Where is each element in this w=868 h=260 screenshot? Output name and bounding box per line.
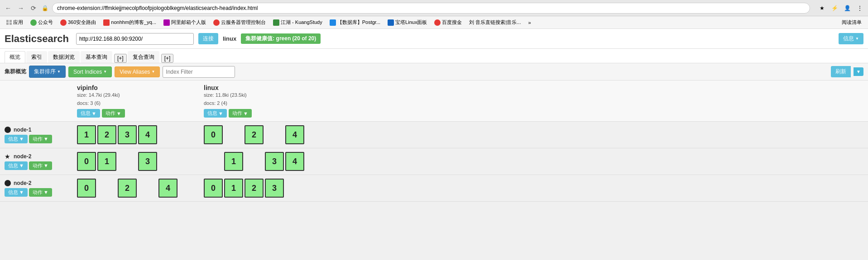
node-2b-info-caret: ▼: [19, 189, 24, 195]
tab-overview[interactable]: 概览: [5, 51, 25, 63]
node-2a-star-icon: ★: [5, 153, 11, 160]
shard-cell-empty: [285, 179, 304, 198]
bookmark-music[interactable]: 刘 音乐直链搜索|音乐...: [466, 18, 523, 27]
bookmark-ali[interactable]: 阿里邮箱个人版: [161, 18, 209, 27]
back-button[interactable]: ←: [4, 4, 13, 13]
refresh-button[interactable]: 刷新: [831, 66, 851, 77]
bookmark-nonhhm[interactable]: nonhhm的博客_yq...: [101, 18, 159, 27]
bookmark-apps[interactable]: 应用: [4, 18, 26, 27]
star-icon[interactable]: ★: [817, 4, 826, 13]
node-row-3: node-2 信息 ▼ 动作 ▼ 0 2: [0, 175, 868, 202]
tab-compound-query-plus[interactable]: [+]: [161, 54, 174, 63]
view-aliases-button[interactable]: View Aliases ▼: [115, 66, 160, 77]
bookmark-360[interactable]: 360安全路由: [58, 18, 99, 27]
node-2b-info-button[interactable]: 信息 ▼: [5, 188, 28, 197]
node-2b-status: node-2: [5, 180, 31, 186]
vipinfo-info-button[interactable]: 信息 ▼: [77, 109, 100, 118]
shard-cell: 0: [204, 179, 223, 198]
sort-indices-button[interactable]: Sort Indices ▼: [68, 66, 112, 77]
bookmark-cloud[interactable]: 云服务器管理控制台: [211, 18, 269, 27]
linux-action-button[interactable]: 动作 ▼: [229, 109, 252, 118]
vipinfo-size: size: 14.7ki (29.4ki): [77, 91, 120, 99]
health-badge: 集群健康值: green (20 of 20): [241, 33, 321, 44]
tab-data-browser[interactable]: 数据浏览: [48, 51, 80, 63]
index-filter-input[interactable]: [163, 66, 235, 78]
node-2a-shards-area: 0 1 3 1 3 4: [77, 152, 863, 171]
bookmark-cloud-label: 云服务器管理控制台: [221, 19, 266, 26]
shard-cell: 3: [265, 179, 284, 198]
cluster-order-button[interactable]: 集群排序 ▼: [29, 66, 66, 78]
vipinfo-info-caret: ▼: [91, 111, 96, 116]
bookmark-baota[interactable]: 宝塔Linux面板: [385, 18, 430, 27]
bookmark-gongzhonghao-label: 公众号: [38, 19, 53, 26]
cluster-name: linux: [223, 35, 236, 42]
node-1-buttons: 信息 ▼ 动作 ▼: [5, 135, 52, 143]
shard-cell-empty: [158, 152, 177, 171]
url-input[interactable]: [76, 33, 194, 45]
tab-compound-query[interactable]: 复合查询: [128, 51, 159, 63]
bookmark-more[interactable]: »: [525, 19, 533, 26]
bookmark-postgr-label: 【数据库】Postgr...: [337, 19, 380, 26]
shard-cell: 4: [285, 125, 304, 144]
bookmark-apps-label: 应用: [13, 19, 23, 26]
tab-basic-query-plus[interactable]: [+]: [114, 54, 127, 63]
shard-cell: 2: [97, 125, 116, 144]
shard-cell-empty: [138, 179, 157, 198]
node-1-dot-icon: [5, 127, 11, 133]
node-2b-action-button[interactable]: 动作 ▼: [29, 188, 52, 197]
section-label: 集群概览: [5, 68, 26, 76]
forward-button[interactable]: →: [16, 4, 25, 13]
shard-cell: 4: [158, 179, 177, 198]
cluster-order-caret-icon: ▼: [57, 70, 61, 74]
bookmark-kuang[interactable]: 江湖 - KuangStudy: [270, 18, 325, 27]
node-2a-info: ★ node-2 信息 ▼ 动作 ▼: [5, 153, 77, 170]
info-button[interactable]: 信息 ▼: [839, 33, 863, 44]
node-2a-linux-shards: 1 3 4: [204, 152, 321, 171]
vipinfo-docs: docs: 3 (6): [77, 99, 101, 108]
shard-cell: 0: [204, 125, 223, 144]
linux-info-button[interactable]: 信息 ▼: [204, 109, 227, 118]
shard-cell-empty: [118, 152, 137, 171]
index-grid: vipinfo size: 14.7ki (29.4ki) docs: 3 (6…: [0, 80, 868, 202]
shard-cell: 4: [285, 152, 304, 171]
connect-button[interactable]: 连接: [198, 33, 218, 44]
node-2b-linux-shards: 0 1 2 3: [204, 179, 321, 198]
bookmark-baidu[interactable]: 百度搜金: [432, 18, 465, 27]
refresh-dropdown-button[interactable]: ▼: [854, 67, 863, 76]
tab-basic-query[interactable]: 基本查询: [81, 51, 112, 63]
index-header-row: vipinfo size: 14.7ki (29.4ki) docs: 3 (6…: [0, 80, 868, 122]
bookmark-readlist[interactable]: 阅读清单: [839, 18, 864, 27]
node-1-action-caret: ▼: [43, 136, 48, 142]
address-input[interactable]: [52, 3, 810, 14]
tab-indices[interactable]: 索引: [26, 51, 47, 63]
node-2b-action-caret: ▼: [43, 189, 48, 195]
bookmarks-bar: 应用 公众号 360安全路由 nonhhm的博客_yq... 阿里邮箱个人版 云…: [0, 16, 868, 29]
node-1-info-button[interactable]: 信息 ▼: [5, 135, 28, 143]
vipinfo-action-caret: ▼: [116, 111, 121, 116]
profile-icon[interactable]: 👤: [843, 4, 852, 13]
app-title: Elasticsearch: [5, 33, 69, 45]
bookmark-readlist-label: 阅读清单: [842, 19, 862, 26]
extensions-icon[interactable]: ⚡: [830, 4, 839, 13]
bookmark-postgr[interactable]: 【数据库】Postgr...: [327, 18, 383, 27]
node-2a-action-button[interactable]: 动作 ▼: [29, 161, 52, 170]
shard-cell: 3: [138, 152, 157, 171]
reload-button[interactable]: ⟳: [29, 4, 38, 13]
shard-cell: 1: [77, 125, 96, 144]
node-2a-status: ★ node-2: [5, 153, 31, 160]
bookmark-nonhhm-label: nonhhm的博客_yq...: [111, 19, 156, 26]
shard-cell-empty: [245, 152, 264, 171]
node-1-info-caret: ▼: [19, 136, 24, 142]
node-1-action-button[interactable]: 动作 ▼: [29, 135, 52, 143]
vipinfo-action-button[interactable]: 动作 ▼: [102, 109, 125, 118]
shard-cell: 3: [265, 152, 284, 171]
node-1-info: node-1 信息 ▼ 动作 ▼: [5, 127, 77, 143]
linux-size: size: 11.8ki (23.5ki): [204, 91, 247, 99]
info-caret-icon: ▼: [855, 37, 859, 41]
shard-cell-empty: [224, 125, 243, 144]
linux-actions: 信息 ▼ 动作 ▼: [204, 109, 252, 118]
menu-icon[interactable]: ⋮: [855, 4, 864, 13]
node-2a-info-button[interactable]: 信息 ▼: [5, 161, 28, 170]
bookmark-gongzhonghao[interactable]: 公众号: [28, 18, 56, 27]
node-2b-name: node-2: [14, 180, 31, 186]
